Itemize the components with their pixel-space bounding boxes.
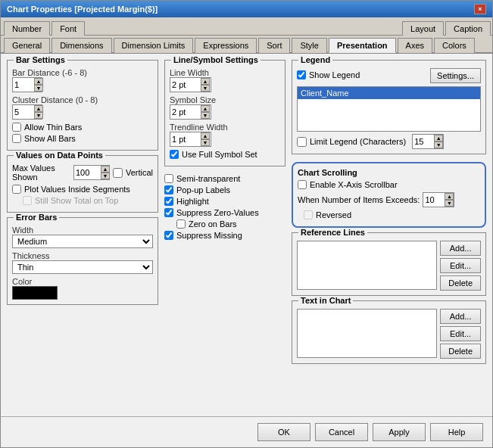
trendline-width-row: ▲ ▼: [170, 132, 280, 147]
bar-distance-up[interactable]: ▲: [34, 78, 43, 85]
limit-legend-up[interactable]: ▲: [434, 135, 443, 142]
symbol-size-field[interactable]: [170, 107, 201, 117]
semi-transparent-check[interactable]: [164, 174, 173, 183]
reference-lines-group: Reference Lines Add... Edit... Delete: [292, 232, 486, 296]
when-number-field[interactable]: [423, 194, 445, 205]
trendline-width-field[interactable]: [170, 134, 201, 145]
tab-general[interactable]: General: [4, 38, 50, 53]
tab-caption[interactable]: Caption: [445, 21, 491, 36]
window-title: Chart Properties [Projected Margin($)]: [7, 5, 158, 14]
color-swatch[interactable]: [12, 286, 58, 300]
tab-colors[interactable]: Colors: [434, 38, 475, 53]
close-button[interactable]: ×: [474, 4, 486, 14]
max-values-input[interactable]: ▲ ▼: [73, 165, 110, 180]
extra-options-group: Semi-transparent Pop-up Labels Highlight…: [164, 171, 286, 245]
when-number-down[interactable]: ▼: [445, 200, 454, 207]
when-number-input[interactable]: ▲ ▼: [423, 192, 454, 207]
limit-legend-input[interactable]: ▲ ▼: [412, 134, 444, 149]
apply-button[interactable]: Apply: [373, 423, 426, 441]
highlight-row: Highlight: [164, 197, 286, 206]
reference-edit-button[interactable]: Edit...: [440, 258, 481, 273]
text-edit-button[interactable]: Edit...: [440, 326, 481, 341]
error-bars-group: Error Bars Width Medium Thin Wide Thickn…: [7, 217, 158, 305]
legend-settings-button[interactable]: Settings...: [430, 68, 481, 83]
symbol-size-input[interactable]: ▲ ▼: [170, 104, 211, 120]
suppress-zero-check[interactable]: [164, 208, 173, 217]
tab-dimension-limits[interactable]: Dimension Limits: [114, 38, 194, 53]
suppress-missing-check[interactable]: [164, 231, 173, 240]
max-values-field[interactable]: [74, 167, 101, 178]
chart-scrolling-group: Chart Scrolling Enable X-Axis Scrollbar …: [292, 162, 486, 228]
width-dropdown[interactable]: Medium Thin Wide: [12, 235, 153, 248]
limit-legend-down[interactable]: ▼: [434, 142, 443, 148]
tab-style[interactable]: Style: [292, 38, 326, 53]
tab-number[interactable]: Number: [4, 21, 50, 36]
reversed-check[interactable]: [304, 210, 313, 219]
tabs-row-2: General Dimensions Dimension Limits Expr…: [1, 36, 492, 54]
chart-scrolling-title: Chart Scrolling: [298, 168, 480, 177]
cluster-distance-down[interactable]: ▼: [34, 112, 43, 119]
title-controls: ×: [474, 4, 486, 14]
max-values-up[interactable]: ▲: [101, 166, 110, 173]
still-show-total-check[interactable]: [23, 196, 32, 205]
trendline-width-input[interactable]: ▲ ▼: [170, 132, 211, 147]
bar-distance-input[interactable]: ▲ ▼: [12, 77, 42, 92]
color-label: Color: [12, 277, 153, 286]
line-width-field[interactable]: [170, 79, 201, 90]
cluster-distance-field[interactable]: [13, 107, 34, 117]
footer: OK Cancel Apply Help: [1, 416, 492, 447]
tab-dimensions[interactable]: Dimensions: [51, 38, 111, 53]
text-delete-button[interactable]: Delete: [440, 344, 481, 359]
thickness-dropdown[interactable]: Thin Medium Wide: [12, 260, 153, 274]
plot-values-row: Plot Values Inside Segments: [12, 185, 153, 194]
use-full-symbol-check[interactable]: [170, 150, 179, 159]
still-show-total-label: Still Show Total on Top: [35, 196, 118, 205]
max-values-label: Max Values Shown: [12, 163, 70, 182]
suppress-missing-label: Suppress Missing: [176, 231, 242, 240]
tab-font[interactable]: Font: [51, 21, 85, 36]
enable-xaxis-check[interactable]: [298, 180, 307, 189]
limit-legend-check[interactable]: [297, 137, 307, 147]
allow-thin-bars-check[interactable]: [12, 123, 21, 132]
help-button[interactable]: Help: [430, 423, 483, 441]
still-show-total-row: Still Show Total on Top: [12, 196, 153, 205]
highlight-check[interactable]: [164, 197, 173, 206]
text-in-chart-buttons: Add... Edit... Delete: [440, 309, 481, 359]
tab-expressions[interactable]: Expressions: [195, 38, 257, 53]
tab-presentation[interactable]: Presentation: [329, 38, 396, 53]
cluster-distance-input[interactable]: ▲ ▼: [12, 104, 42, 120]
tab-layout[interactable]: Layout: [402, 21, 444, 36]
text-add-button[interactable]: Add...: [440, 309, 481, 324]
symbol-size-up[interactable]: ▲: [201, 105, 210, 112]
reference-add-button[interactable]: Add...: [440, 241, 481, 256]
plot-values-check[interactable]: [12, 185, 21, 194]
legend-listbox[interactable]: Client_Name: [297, 86, 481, 132]
when-number-up[interactable]: ▲: [445, 193, 454, 200]
line-width-up[interactable]: ▲: [201, 78, 210, 85]
legend-item-client-name[interactable]: Client_Name: [298, 87, 480, 99]
trendline-width-down[interactable]: ▼: [201, 139, 210, 146]
trendline-width-up[interactable]: ▲: [201, 132, 210, 139]
symbol-size-down[interactable]: ▼: [201, 112, 210, 119]
vertical-check[interactable]: [113, 168, 123, 178]
show-all-bars-check[interactable]: [12, 134, 21, 143]
tab-sort[interactable]: Sort: [258, 38, 290, 53]
tab-axes[interactable]: Axes: [398, 38, 432, 53]
allow-thin-bars-label: Allow Thin Bars: [24, 123, 82, 132]
bar-distance-field[interactable]: [13, 79, 34, 90]
max-values-down[interactable]: ▼: [101, 173, 110, 179]
bar-distance-down[interactable]: ▼: [34, 85, 43, 92]
ok-button[interactable]: OK: [257, 423, 310, 441]
text-in-chart-list: [297, 309, 437, 358]
line-width-down[interactable]: ▼: [201, 85, 210, 92]
width-dropdown-row: Medium Thin Wide: [12, 235, 153, 248]
zero-on-bars-check[interactable]: [176, 219, 186, 229]
line-width-input[interactable]: ▲ ▼: [170, 77, 211, 92]
cluster-distance-row: ▲ ▼: [12, 104, 153, 120]
cancel-button[interactable]: Cancel: [315, 423, 368, 441]
cluster-distance-up[interactable]: ▲: [34, 105, 43, 112]
popup-labels-check[interactable]: [164, 185, 173, 194]
show-legend-check[interactable]: [297, 70, 306, 79]
limit-legend-field[interactable]: [413, 136, 434, 147]
reference-delete-button[interactable]: Delete: [440, 275, 481, 291]
